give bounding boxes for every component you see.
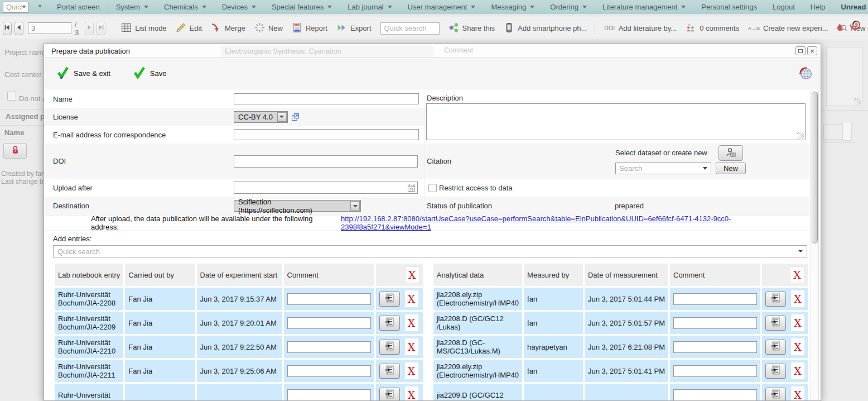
menu-item-messaging[interactable]: Messaging [483,0,542,15]
close-button[interactable]: × [807,46,817,55]
analytical-open-record-button[interactable] [765,340,786,355]
email-input[interactable] [234,129,419,140]
toolbar-quick-search-input[interactable] [380,22,440,35]
first-page-button[interactable] [3,22,12,35]
menu-item-portal-screen[interactable]: Portal screen [49,0,108,15]
destination-select[interactable]: Sciflection (https://sciflection.com) [234,200,361,212]
notebook-open-record-button[interactable] [379,364,400,379]
analytical-comment-input[interactable] [673,365,757,377]
analytical-delete-row-button[interactable]: X [791,338,804,355]
publish-globe-icon[interactable] [799,66,812,80]
toolbar-list-mode[interactable]: List mode [121,22,166,35]
notebook-open-record-button[interactable] [379,388,400,401]
scrollbar-thumb[interactable] [812,92,818,244]
toolbar-new[interactable]: New [254,22,283,35]
notebook-open-record-button[interactable] [379,292,400,307]
analytical-data-table: Analytical dataMeasured byDate of measur… [432,262,809,400]
toolbar-merge[interactable]: Merge [211,22,245,35]
chevron-down-icon [582,6,587,8]
analytical-remove-all-button[interactable]: X [790,266,804,283]
dialog-scrollbar[interactable] [811,90,819,400]
analytical-open-record-button[interactable] [765,388,786,401]
menu-item-literature-management[interactable]: Literature management [595,0,693,15]
analytical-open-record-button[interactable] [765,364,786,379]
last-page-button[interactable] [97,22,105,35]
analytical-actions-header: X [762,264,808,286]
analytical-delete-row-button[interactable]: X [791,290,804,307]
notebook-open-record-button[interactable] [379,340,400,355]
toolbar-export[interactable]: Export [336,22,372,35]
description-textarea[interactable] [426,103,806,140]
notebook-delete-row-button[interactable]: X [405,362,418,379]
menu-item-special-features[interactable]: Special features [264,0,340,15]
license-select[interactable]: CC-BY 4.0 [234,111,288,123]
notebook-actions-cell: X [376,312,423,334]
analytical-comment-input[interactable] [673,317,757,329]
menu-item-unread-messages[interactable]: Unread messages [833,0,868,15]
notebook-delete-row-button[interactable]: X [405,314,418,331]
analytical-delete-row-button[interactable]: X [791,386,804,400]
toolbar-create-new-experi[interactable]: A→BCreate new experi... [748,24,828,32]
analytical-entry-cell: jia2208.ely.zip (Electrochemistry/HMP40 [433,288,522,310]
calendar-icon[interactable]: 31 [407,184,416,192]
notebook-open-record-button[interactable] [379,316,400,331]
menu-item-ordering[interactable]: Ordering [542,0,595,15]
next-page-button[interactable] [85,22,94,35]
toolbar-0-comments[interactable]: ?!0 comments [686,22,739,35]
analytical-open-record-button[interactable] [765,316,786,331]
menu-item-chemicals[interactable]: Chemicals [156,0,214,15]
notebook-comment-input[interactable] [287,389,371,401]
notebook-delete-row-button[interactable]: X [405,338,418,355]
notebook-table-row: Ruhr-Universität Bochum/JIA-2211Fan JiaJ… [55,360,423,382]
doi-input[interactable] [234,155,418,168]
page-number-input[interactable] [28,22,71,34]
menu-item-personal-settings[interactable]: Personal settings [693,0,765,15]
notebook-remove-all-button[interactable]: X [405,266,419,283]
analytical-delete-row-button[interactable]: X [791,314,804,331]
save-button[interactable]: Save [133,66,167,81]
notebook-comment-input[interactable] [287,293,371,305]
analytical-comment-input[interactable] [673,389,757,401]
analytical-comment-input[interactable] [673,341,757,353]
toolbar-edit[interactable]: Edit [176,22,202,35]
publication-address-link[interactable]: http://192.168.2.87:8080/startUseCase?us… [341,214,809,231]
toolbar-add-smartphone-ph[interactable]: Add smartphone ph... [504,22,587,35]
quick-select[interactable]: Quick [3,2,28,13]
entries-quick-search-select[interactable]: Quick search [53,245,807,257]
prev-page-button[interactable] [15,22,23,35]
resize-grip-icon[interactable] [797,132,804,139]
notebook-delete-row-button[interactable]: X [405,386,418,400]
name-input[interactable] [234,93,419,104]
notebook-delete-row-button[interactable]: X [405,290,418,307]
analytical-delete-row-button[interactable]: X [791,362,804,379]
toolbar-share-this[interactable]: Share this [449,22,495,35]
toolbar-report[interactable]: PDFReport [292,22,327,35]
toolbar-button-label: Edit [190,24,202,32]
menu-item-system[interactable]: System [108,0,156,15]
restrict-access-checkbox[interactable] [428,184,437,192]
do-not-label: Do not a [19,94,46,103]
open-record-icon [384,341,395,352]
external-link-icon[interactable] [291,113,300,121]
analytical-comment-input[interactable] [673,293,757,305]
maximize-button[interactable] [795,46,806,55]
analytical-open-record-button[interactable] [765,292,786,307]
lock-button[interactable] [3,143,27,159]
menu-item-help[interactable]: Help [803,0,833,15]
menu-item-logout[interactable]: Logout [765,0,803,15]
description-label: Description [427,94,463,102]
notebook-comment-input[interactable] [287,365,371,377]
select-dataset-button[interactable] [718,145,743,161]
menu-item-user-management[interactable]: User management [400,0,484,15]
save-and-exit-button[interactable]: Save & exit [56,66,110,81]
menu-item-lab-journal[interactable]: Lab journal [340,0,399,15]
dataset-search-select[interactable]: Search [615,163,711,174]
notebook-comment-input[interactable] [287,341,371,353]
toolbar-add-literature-by[interactable]: DOIAdd literature by... [604,24,677,32]
upload-after-input[interactable] [234,182,418,194]
dialog-titlebar[interactable]: Electroorganic Synthesis: Cyanation Comm… [44,44,821,58]
notebook-comment-input[interactable] [287,317,371,329]
do-not-checkbox[interactable] [7,92,16,101]
new-dataset-button[interactable]: New [716,163,746,174]
menu-item-devices[interactable]: Devices [214,0,264,15]
